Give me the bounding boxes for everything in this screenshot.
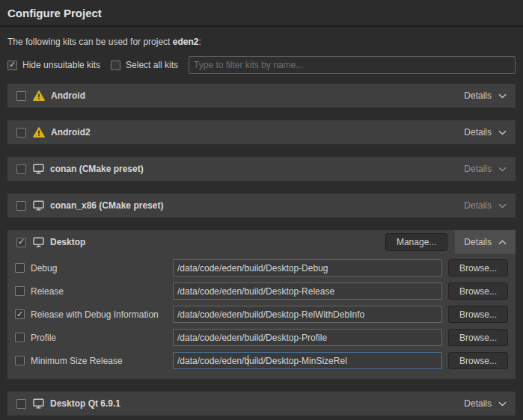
select-all-kits-checkbox[interactable]: Select all kits (111, 60, 178, 70)
build-path-input-focused[interactable] (173, 352, 442, 369)
chevron-down-icon (498, 167, 507, 172)
config-checkbox[interactable] (15, 356, 25, 365)
warning-icon (33, 90, 45, 101)
browse-button[interactable]: Browse... (448, 306, 508, 323)
details-label: Details (464, 127, 492, 138)
manage-kits-button[interactable]: Manage... (385, 233, 447, 251)
config-row-release: Release Browse... (15, 282, 508, 300)
kit-checkbox[interactable] (16, 91, 26, 101)
path-field-wrap (173, 282, 442, 300)
config-label: Minimum Size Release (31, 356, 173, 366)
details-toggle[interactable]: Details (455, 230, 516, 254)
browse-button[interactable]: Browse... (448, 329, 508, 346)
kit-checkbox[interactable] (16, 399, 26, 409)
warning-icon (33, 127, 45, 138)
config-label: Release with Debug Information (31, 309, 173, 320)
hide-unsuitable-kits-checkbox[interactable]: Hide unsuitable kits (7, 60, 100, 70)
path-field-wrap (173, 329, 442, 346)
kit-controls: Hide unsuitable kits Select all kits (7, 56, 516, 74)
details-toggle[interactable]: Details (455, 157, 516, 181)
kit-name: Android2 (51, 127, 91, 138)
details-toggle[interactable]: Details (455, 392, 516, 416)
path-field-wrap (173, 306, 442, 323)
details-toggle[interactable]: Details (455, 84, 516, 108)
kit-checkbox[interactable] (16, 128, 26, 138)
path-field-wrap (173, 259, 442, 277)
chevron-down-icon (498, 401, 507, 407)
config-row-profile: Profile Browse... (15, 329, 508, 346)
kit-list: Android Details Android2 Details (7, 84, 516, 416)
details-label: Details (464, 200, 492, 211)
details-label: Details (464, 90, 492, 101)
kit-row-desktop[interactable]: Desktop Manage... Details (7, 230, 516, 254)
kit-checkbox[interactable] (16, 201, 26, 211)
config-label: Profile (31, 333, 173, 343)
desktop-icon (33, 398, 44, 409)
kit-checkbox[interactable] (16, 164, 26, 174)
page-title: Configure Project (0, 0, 523, 27)
path-field-wrap (173, 352, 442, 369)
hide-unsuitable-kits-label: Hide unsuitable kits (22, 60, 100, 70)
build-path-input[interactable] (173, 282, 442, 300)
desktop-icon (33, 237, 44, 247)
intro-text: The following kits can be used for proje… (7, 37, 516, 47)
config-row-minsizerel: Minimum Size Release Browse... (15, 352, 508, 369)
kit-row-android[interactable]: Android Details (7, 84, 516, 108)
details-label: Details (464, 164, 492, 174)
config-row-relwithdebinfo: Release with Debug Information Browse... (15, 306, 508, 323)
chevron-down-icon (498, 203, 507, 209)
chevron-up-icon (498, 240, 507, 245)
chevron-down-icon (498, 130, 507, 135)
kit-checkbox[interactable] (16, 238, 26, 247)
kit-name: conan (CMake preset) (50, 164, 144, 174)
kit-name: Desktop (50, 237, 85, 247)
project-name: eden2 (173, 37, 199, 47)
checkbox-unchecked-icon[interactable] (111, 61, 120, 70)
kit-row-conan-x86[interactable]: conan_x86 (CMake preset) Details (7, 194, 516, 217)
configure-project-page: Configure Project The following kits can… (0, 0, 523, 416)
config-checkbox[interactable] (15, 263, 25, 273)
kit-name: Android (51, 90, 85, 101)
config-checkbox[interactable] (15, 309, 25, 319)
desktop-icon (33, 164, 44, 174)
kit-row-android2[interactable]: Android2 Details (7, 120, 516, 144)
kit-name: Desktop Qt 6.9.1 (50, 398, 120, 409)
config-checkbox[interactable] (15, 286, 25, 296)
config-checkbox[interactable] (15, 333, 25, 342)
config-label: Release (31, 286, 173, 297)
browse-button[interactable]: Browse... (448, 352, 508, 369)
kit-panel-desktop: Desktop Manage... Details Debug Browse..… (7, 230, 516, 379)
kit-name: conan_x86 (CMake preset) (50, 200, 163, 211)
browse-button[interactable]: Browse... (448, 259, 508, 277)
chevron-down-icon (498, 93, 507, 99)
build-path-input[interactable] (173, 306, 442, 323)
desktop-icon (33, 200, 44, 211)
intro-suffix: : (198, 37, 201, 47)
details-toggle[interactable]: Details (455, 120, 516, 144)
checkbox-checked-icon[interactable] (7, 61, 17, 70)
kit-row-desktop-qt[interactable]: Desktop Qt 6.9.1 Details (7, 392, 516, 416)
browse-button[interactable]: Browse... (448, 282, 508, 300)
details-toggle[interactable]: Details (455, 194, 516, 217)
select-all-kits-label: Select all kits (126, 60, 178, 70)
kit-row-conan[interactable]: conan (CMake preset) Details (7, 157, 516, 181)
intro-prefix: The following kits can be used for proje… (7, 37, 173, 47)
kit-filter-input[interactable] (189, 56, 516, 74)
details-label: Details (464, 237, 492, 247)
config-row-debug: Debug Browse... (15, 259, 508, 277)
build-path-input[interactable] (173, 259, 442, 277)
build-path-input[interactable] (173, 329, 442, 346)
details-label: Details (464, 398, 492, 409)
config-label: Debug (31, 263, 173, 274)
